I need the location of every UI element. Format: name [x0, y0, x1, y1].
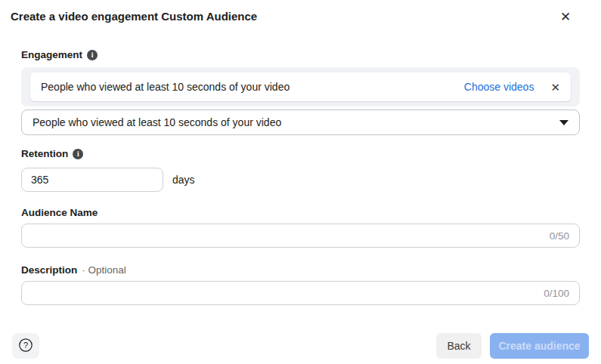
dialog-title: Create a video engagement Custom Audienc…: [11, 10, 257, 23]
retention-unit-label: days: [172, 174, 195, 186]
question-mark-icon: ?: [18, 338, 33, 355]
choose-videos-link[interactable]: Choose videos: [464, 81, 534, 93]
description-optional-label: · Optional: [82, 264, 126, 276]
info-icon[interactable]: i: [73, 149, 83, 159]
engagement-label: Engagement i: [21, 49, 98, 60]
retention-days-input[interactable]: [21, 168, 163, 192]
engagement-selected-row: People who viewed at least 10 seconds of…: [30, 72, 571, 101]
create-audience-button[interactable]: Create audience: [490, 333, 589, 359]
help-button[interactable]: ?: [12, 333, 39, 359]
chevron-down-icon: [559, 120, 568, 125]
audience-name-input[interactable]: [21, 224, 580, 248]
engagement-dropdown-value: People who viewed at least 10 seconds of…: [33, 116, 559, 128]
create-custom-audience-dialog: Create a video engagement Custom Audienc…: [0, 0, 601, 364]
description-input[interactable]: [21, 281, 580, 305]
info-icon[interactable]: i: [87, 50, 98, 60]
engagement-row-text: People who viewed at least 10 seconds of…: [41, 81, 464, 93]
audience-name-label: Audience Name: [21, 207, 98, 218]
close-icon[interactable]: ✕: [556, 8, 575, 26]
engagement-group: People who viewed at least 10 seconds of…: [21, 67, 580, 106]
back-button[interactable]: Back: [436, 333, 482, 359]
retention-label: Retention i: [21, 148, 83, 159]
description-label: Description · Optional: [21, 264, 126, 276]
engagement-dropdown[interactable]: People who viewed at least 10 seconds of…: [21, 110, 580, 135]
svg-text:?: ?: [23, 341, 28, 350]
audience-name-counter: 0/50: [550, 230, 569, 242]
remove-engagement-icon[interactable]: ✕: [550, 82, 560, 93]
description-counter: 0/100: [544, 288, 569, 299]
